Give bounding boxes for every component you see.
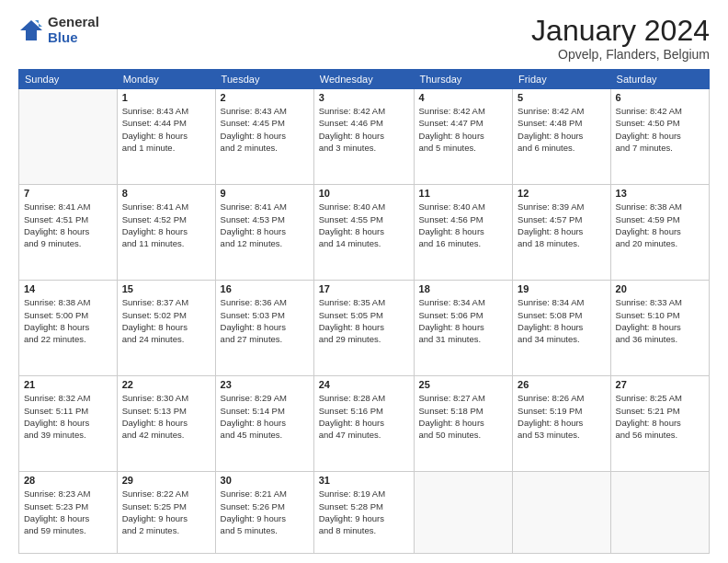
table-row (610, 472, 709, 554)
day-number: 31 (319, 475, 409, 486)
day-number: 23 (221, 379, 309, 390)
table-row: 24Sunrise: 8:28 AM Sunset: 5:16 PM Dayli… (313, 376, 414, 472)
table-row: 2Sunrise: 8:43 AM Sunset: 4:45 PM Daylig… (215, 89, 313, 185)
day-info: Sunrise: 8:41 AM Sunset: 4:51 PM Dayligh… (24, 201, 112, 249)
table-row: 5Sunrise: 8:42 AM Sunset: 4:48 PM Daylig… (513, 89, 610, 185)
day-number: 7 (24, 188, 112, 199)
col-sunday: Sunday (19, 70, 118, 89)
calendar-week-row: 28Sunrise: 8:23 AM Sunset: 5:23 PM Dayli… (19, 472, 710, 554)
day-number: 12 (518, 188, 605, 199)
day-number: 9 (221, 188, 309, 199)
day-info: Sunrise: 8:37 AM Sunset: 5:02 PM Dayligh… (122, 296, 210, 345)
header: General Blue January 2024 Opvelp, Flande… (18, 15, 710, 62)
day-info: Sunrise: 8:33 AM Sunset: 5:10 PM Dayligh… (616, 296, 704, 345)
day-number: 1 (122, 92, 210, 103)
day-info: Sunrise: 8:38 AM Sunset: 5:00 PM Dayligh… (24, 296, 112, 345)
day-info: Sunrise: 8:34 AM Sunset: 5:08 PM Dayligh… (518, 296, 605, 345)
table-row (513, 472, 610, 554)
table-row: 3Sunrise: 8:42 AM Sunset: 4:46 PM Daylig… (313, 89, 414, 185)
col-monday: Monday (117, 70, 215, 89)
day-number: 21 (24, 379, 112, 390)
day-info: Sunrise: 8:43 AM Sunset: 4:45 PM Dayligh… (221, 105, 309, 154)
table-row (414, 472, 513, 554)
day-number: 24 (319, 379, 409, 390)
table-row: 20Sunrise: 8:33 AM Sunset: 5:10 PM Dayli… (610, 281, 709, 376)
logo-general-text: General (48, 15, 99, 30)
calendar-table: Sunday Monday Tuesday Wednesday Thursday… (18, 69, 710, 554)
day-number: 5 (518, 92, 605, 103)
day-number: 30 (221, 475, 309, 486)
table-row: 25Sunrise: 8:27 AM Sunset: 5:18 PM Dayli… (414, 376, 513, 472)
day-number: 10 (319, 188, 409, 199)
table-row: 1Sunrise: 8:43 AM Sunset: 4:44 PM Daylig… (117, 89, 215, 185)
table-row: 29Sunrise: 8:22 AM Sunset: 5:25 PM Dayli… (117, 472, 215, 554)
page: General Blue January 2024 Opvelp, Flande… (0, 0, 728, 563)
day-number: 13 (616, 188, 704, 199)
table-row: 8Sunrise: 8:41 AM Sunset: 4:52 PM Daylig… (117, 185, 215, 281)
col-saturday: Saturday (610, 70, 709, 89)
day-info: Sunrise: 8:22 AM Sunset: 5:25 PM Dayligh… (122, 488, 210, 536)
table-row: 13Sunrise: 8:38 AM Sunset: 4:59 PM Dayli… (610, 185, 709, 281)
table-row: 22Sunrise: 8:30 AM Sunset: 5:13 PM Dayli… (117, 376, 215, 472)
day-number: 15 (122, 283, 210, 294)
col-friday: Friday (513, 70, 610, 89)
day-info: Sunrise: 8:35 AM Sunset: 5:05 PM Dayligh… (319, 296, 409, 345)
table-row: 27Sunrise: 8:25 AM Sunset: 5:21 PM Dayli… (610, 376, 709, 472)
table-row: 28Sunrise: 8:23 AM Sunset: 5:23 PM Dayli… (19, 472, 118, 554)
day-info: Sunrise: 8:43 AM Sunset: 4:44 PM Dayligh… (122, 105, 210, 154)
logo-blue-text: Blue (48, 30, 99, 46)
table-row: 19Sunrise: 8:34 AM Sunset: 5:08 PM Dayli… (513, 281, 610, 376)
day-number: 19 (518, 283, 605, 294)
day-info: Sunrise: 8:39 AM Sunset: 4:57 PM Dayligh… (518, 201, 605, 249)
table-row: 9Sunrise: 8:41 AM Sunset: 4:53 PM Daylig… (215, 185, 313, 281)
calendar-week-row: 21Sunrise: 8:32 AM Sunset: 5:11 PM Dayli… (19, 376, 710, 472)
day-number: 18 (419, 283, 508, 294)
day-info: Sunrise: 8:42 AM Sunset: 4:46 PM Dayligh… (319, 105, 409, 154)
day-number: 28 (24, 475, 112, 486)
day-info: Sunrise: 8:27 AM Sunset: 5:18 PM Dayligh… (419, 392, 508, 441)
title-block: January 2024 Opvelp, Flanders, Belgium (531, 15, 710, 62)
col-thursday: Thursday (414, 70, 513, 89)
day-info: Sunrise: 8:34 AM Sunset: 5:06 PM Dayligh… (419, 296, 508, 345)
table-row: 14Sunrise: 8:38 AM Sunset: 5:00 PM Dayli… (19, 281, 118, 376)
day-info: Sunrise: 8:38 AM Sunset: 4:59 PM Dayligh… (616, 201, 704, 249)
day-info: Sunrise: 8:40 AM Sunset: 4:55 PM Dayligh… (319, 201, 409, 249)
table-row: 30Sunrise: 8:21 AM Sunset: 5:26 PM Dayli… (215, 472, 313, 554)
day-info: Sunrise: 8:42 AM Sunset: 4:50 PM Dayligh… (616, 105, 704, 154)
location: Opvelp, Flanders, Belgium (531, 47, 710, 62)
day-info: Sunrise: 8:41 AM Sunset: 4:53 PM Dayligh… (221, 201, 309, 249)
table-row: 21Sunrise: 8:32 AM Sunset: 5:11 PM Dayli… (19, 376, 118, 472)
day-number: 11 (419, 188, 508, 199)
day-number: 25 (419, 379, 508, 390)
calendar-header-row: Sunday Monday Tuesday Wednesday Thursday… (19, 70, 710, 89)
day-number: 26 (518, 379, 605, 390)
logo: General Blue (18, 15, 99, 45)
day-number: 14 (24, 283, 112, 294)
calendar-week-row: 1Sunrise: 8:43 AM Sunset: 4:44 PM Daylig… (19, 89, 710, 185)
calendar-week-row: 7Sunrise: 8:41 AM Sunset: 4:51 PM Daylig… (19, 185, 710, 281)
day-info: Sunrise: 8:42 AM Sunset: 4:47 PM Dayligh… (419, 105, 508, 154)
table-row: 18Sunrise: 8:34 AM Sunset: 5:06 PM Dayli… (414, 281, 513, 376)
day-number: 2 (221, 92, 309, 103)
day-number: 22 (122, 379, 210, 390)
table-row: 12Sunrise: 8:39 AM Sunset: 4:57 PM Dayli… (513, 185, 610, 281)
day-number: 27 (616, 379, 704, 390)
table-row: 6Sunrise: 8:42 AM Sunset: 4:50 PM Daylig… (610, 89, 709, 185)
table-row: 4Sunrise: 8:42 AM Sunset: 4:47 PM Daylig… (414, 89, 513, 185)
col-wednesday: Wednesday (313, 70, 414, 89)
day-number: 29 (122, 475, 210, 486)
day-info: Sunrise: 8:41 AM Sunset: 4:52 PM Dayligh… (122, 201, 210, 249)
day-number: 6 (616, 92, 704, 103)
day-info: Sunrise: 8:30 AM Sunset: 5:13 PM Dayligh… (122, 392, 210, 441)
day-info: Sunrise: 8:26 AM Sunset: 5:19 PM Dayligh… (518, 392, 605, 441)
table-row: 7Sunrise: 8:41 AM Sunset: 4:51 PM Daylig… (19, 185, 118, 281)
day-info: Sunrise: 8:25 AM Sunset: 5:21 PM Dayligh… (616, 392, 704, 441)
day-info: Sunrise: 8:28 AM Sunset: 5:16 PM Dayligh… (319, 392, 409, 441)
day-info: Sunrise: 8:19 AM Sunset: 5:28 PM Dayligh… (319, 488, 409, 536)
day-info: Sunrise: 8:36 AM Sunset: 5:03 PM Dayligh… (221, 296, 309, 345)
table-row: 23Sunrise: 8:29 AM Sunset: 5:14 PM Dayli… (215, 376, 313, 472)
col-tuesday: Tuesday (215, 70, 313, 89)
day-info: Sunrise: 8:23 AM Sunset: 5:23 PM Dayligh… (24, 488, 112, 536)
day-info: Sunrise: 8:40 AM Sunset: 4:56 PM Dayligh… (419, 201, 508, 249)
day-number: 16 (221, 283, 309, 294)
